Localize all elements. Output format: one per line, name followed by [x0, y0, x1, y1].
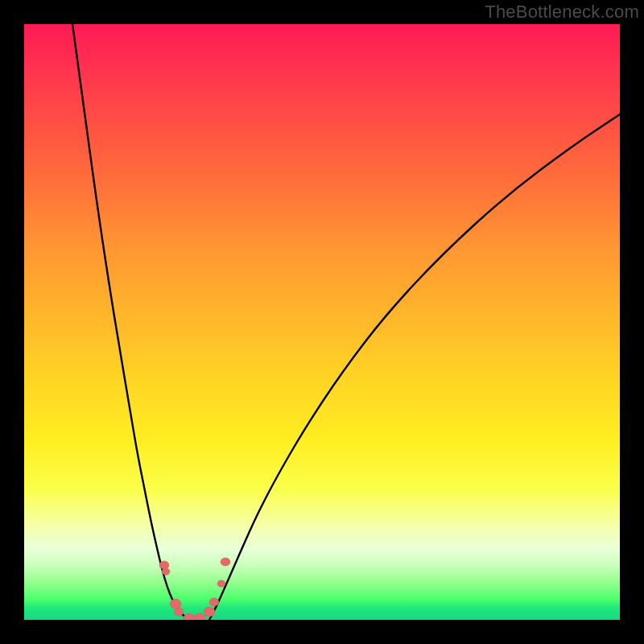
- data-marker: [217, 580, 225, 588]
- data-marker: [204, 607, 215, 617]
- marker-group: [159, 558, 230, 620]
- data-marker: [194, 613, 205, 620]
- data-marker: [184, 613, 195, 620]
- data-marker: [159, 561, 169, 569]
- curve-right-branch: [209, 114, 620, 620]
- data-marker: [221, 558, 230, 566]
- data-marker: [209, 598, 219, 606]
- data-marker: [174, 608, 184, 616]
- data-marker: [162, 568, 170, 576]
- plot-area: [24, 24, 620, 620]
- watermark-text: TheBottleneck.com: [485, 2, 639, 23]
- curve-layer: [24, 24, 620, 620]
- chart-frame: TheBottleneck.com: [0, 0, 644, 644]
- curve-left-branch: [72, 24, 189, 620]
- data-marker: [170, 599, 181, 609]
